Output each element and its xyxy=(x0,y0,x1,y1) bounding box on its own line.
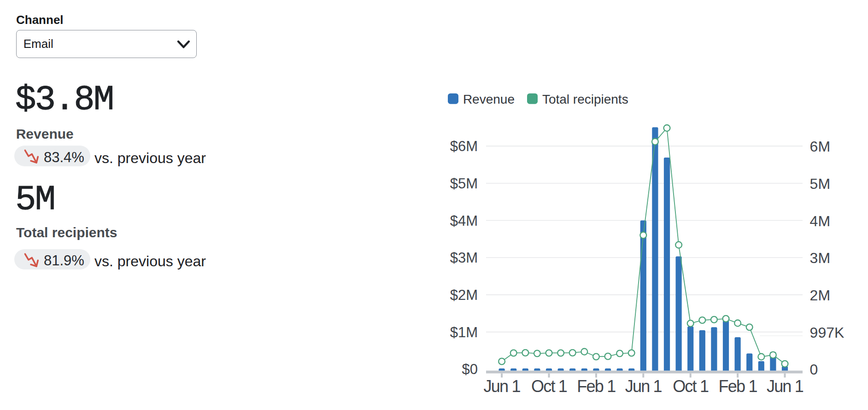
svg-text:Jun 1: Jun 1 xyxy=(625,377,662,396)
svg-text:2M: 2M xyxy=(810,287,830,304)
svg-text:5M: 5M xyxy=(810,176,830,192)
svg-text:$5M: $5M xyxy=(450,176,478,192)
svg-text:Jun 1: Jun 1 xyxy=(484,377,521,396)
svg-text:$0: $0 xyxy=(462,361,478,377)
svg-text:$4M: $4M xyxy=(450,213,478,229)
svg-text:Feb 1: Feb 1 xyxy=(719,377,757,396)
svg-text:Jun 1: Jun 1 xyxy=(767,377,803,396)
svg-text:0: 0 xyxy=(810,361,818,378)
svg-text:$6M: $6M xyxy=(450,138,478,154)
svg-text:6M: 6M xyxy=(810,138,830,155)
svg-text:$2M: $2M xyxy=(450,287,478,303)
svg-text:4M: 4M xyxy=(810,213,830,229)
svg-text:$3M: $3M xyxy=(450,250,478,266)
svg-text:Feb 1: Feb 1 xyxy=(577,377,616,396)
svg-text:997K: 997K xyxy=(810,324,845,341)
svg-text:Revenue: Revenue xyxy=(463,92,515,106)
svg-text:Total recipients: Total recipients xyxy=(542,92,628,106)
svg-text:Oct 1: Oct 1 xyxy=(531,377,567,396)
svg-text:Oct 1: Oct 1 xyxy=(673,377,709,396)
svg-text:3M: 3M xyxy=(810,250,830,266)
svg-text:$1M: $1M xyxy=(450,324,478,340)
